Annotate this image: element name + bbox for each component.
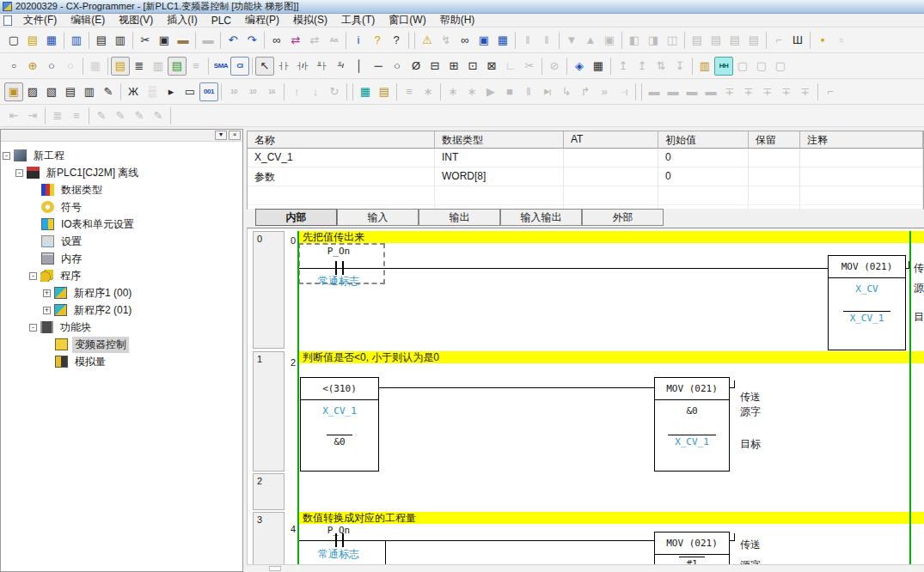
print-preview-icon[interactable]: ▥ <box>111 31 130 50</box>
cell-initial-value[interactable]: 0 <box>658 167 749 186</box>
menu-help[interactable]: 帮助(H) <box>433 13 482 27</box>
menu-edit[interactable]: 编辑(E) <box>64 13 112 27</box>
address-reference-icon[interactable]: ▥ <box>695 57 714 76</box>
tree-item-analog[interactable]: 模拟量 <box>1 353 242 370</box>
contact-p-on-rung0[interactable]: P_On <box>308 246 370 257</box>
find-report-icon[interactable]: ▥ <box>67 31 86 50</box>
tree-item-inverter-control[interactable]: 变频器控制 <box>1 336 242 353</box>
column-header[interactable]: 注释 <box>800 131 923 149</box>
panel-close-button[interactable]: × <box>229 131 241 140</box>
operand-source[interactable]: #1 <box>655 557 729 564</box>
tree-expander[interactable]: - <box>3 152 10 160</box>
ladder-editor[interactable]: 0 1 2 3 0 2 4 先把值传出来 判断值是否<0, 小于则认为是0 数值… <box>247 228 924 564</box>
mov-block-rung1[interactable]: MOV (021) &0 X_CV_1 <box>654 377 730 472</box>
watch2-icon[interactable]: ▧ <box>42 82 61 101</box>
cut-icon[interactable]: ✂ <box>136 31 155 50</box>
menu-plc[interactable]: PLC <box>205 15 238 27</box>
cell-retain[interactable] <box>749 149 800 167</box>
cell-at[interactable] <box>564 167 658 186</box>
tree-expander[interactable]: + <box>43 307 51 314</box>
save-icon[interactable]: ▦ <box>42 31 61 50</box>
menu-file[interactable]: 文件(F) <box>16 13 64 27</box>
tab-input[interactable]: 输入 <box>337 209 419 226</box>
grid-icon[interactable]: ▦ <box>86 57 105 76</box>
column-header[interactable]: 数据类型 <box>435 131 564 149</box>
cell-name[interactable]: X_CV_1 <box>248 149 435 167</box>
operand-destination[interactable]: X_CV_1 <box>655 435 729 447</box>
tab-output[interactable]: 输出 <box>419 209 500 226</box>
cell-initial-value[interactable]: 0 <box>658 149 749 167</box>
menu-window[interactable]: 窗口(W) <box>382 13 432 27</box>
rung-0-margin[interactable]: 0 <box>253 231 285 349</box>
operand-source[interactable]: &0 <box>655 405 729 417</box>
operand-destination[interactable]: X_CV_1 <box>829 311 905 324</box>
variable-row[interactable]: X_CV_1 INT 0 <box>248 149 923 167</box>
column-header[interactable]: AT <box>564 131 658 149</box>
info-icon[interactable]: i <box>349 31 368 50</box>
binary-display-icon[interactable]: 001 <box>199 82 218 101</box>
tree-expander[interactable]: + <box>43 289 51 297</box>
cell-data-type[interactable]: INT <box>435 149 564 167</box>
transfer-monitor-icon[interactable]: ▦ <box>493 31 512 50</box>
contact-p-on-rung3[interactable]: P_On <box>308 525 370 536</box>
tab-external[interactable]: 外部 <box>582 209 664 226</box>
rung-0-comment[interactable]: 先把值传出来 <box>298 231 924 243</box>
fb-transfer-icon[interactable]: ▤ <box>375 82 394 101</box>
ci-icon[interactable]: CI <box>230 57 249 76</box>
child-window-icon[interactable] <box>3 15 12 26</box>
scrollbar-thumb[interactable] <box>269 566 281 571</box>
menu-simulation[interactable]: 模拟(S) <box>286 13 334 27</box>
select-tool-icon[interactable]: ↖ <box>255 57 274 76</box>
menu-view[interactable]: 视图(V) <box>112 13 160 27</box>
zoom-100-icon[interactable]: ○ <box>42 57 61 76</box>
rung-2-margin[interactable]: 2 <box>253 473 285 510</box>
variable-row[interactable]: 参数 WORD[8] 0 <box>248 167 923 186</box>
tree-expander[interactable]: - <box>29 324 37 332</box>
tree-item-program2[interactable]: + 新程序2 (01) <box>1 301 242 319</box>
watch-hh-icon[interactable]: HH <box>714 57 733 76</box>
cross-reference-icon[interactable]: Ж <box>124 82 143 101</box>
vertical-tool-icon[interactable]: │ <box>350 57 369 76</box>
operand-source[interactable]: X_CV <box>829 283 905 295</box>
cell-name[interactable]: 参数 <box>248 167 435 186</box>
work-online-icon[interactable]: ⚠ <box>418 31 437 50</box>
io-comment-icon[interactable]: ▦ <box>589 57 608 76</box>
cell-retain[interactable] <box>749 167 800 186</box>
menu-insert[interactable]: 插入(I) <box>160 13 204 27</box>
tree-item-plc[interactable]: - 新PLC1[CJ2M] 离线 <box>1 164 242 181</box>
operand-2[interactable]: &0 <box>301 435 378 447</box>
or-contact-nc-icon[interactable]: ╨/ <box>331 57 350 76</box>
instruction2-tool-icon[interactable]: ⊞ <box>444 57 463 76</box>
output-window-icon[interactable]: ≣ <box>130 57 149 76</box>
mov-block-rung0[interactable]: MOV (021) X_CV X_CV_1 <box>828 255 906 350</box>
help-icon[interactable]: ? <box>368 31 387 50</box>
menu-program[interactable]: 编程(P) <box>238 13 286 27</box>
tree-expander[interactable]: - <box>29 272 37 280</box>
force-set-icon[interactable]: ▪ <box>813 31 832 50</box>
tree-expander[interactable]: - <box>15 169 23 177</box>
rung-3-margin[interactable]: 3 <box>253 512 285 564</box>
coil-tool-icon[interactable]: ○ <box>388 57 407 76</box>
panel-pin-button[interactable]: ▾ <box>215 131 227 140</box>
tree-item-function-blocks[interactable]: - 功能块 <box>1 319 242 336</box>
zoom-tool-icon[interactable]: ○ <box>4 57 23 76</box>
print-icon[interactable]: ▤ <box>92 31 111 50</box>
rung-1-comment[interactable]: 判断值是否<0, 小于则认为是0 <box>298 351 924 363</box>
contact-nc-icon[interactable]: ┤/├ <box>293 57 312 76</box>
properties-icon[interactable]: ✎ <box>99 82 118 101</box>
tree-item-project[interactable]: - 新工程 <box>1 147 242 164</box>
monitor-warn-icon[interactable]: ∞ <box>456 31 474 50</box>
paste-icon[interactable]: ▬ <box>174 31 193 50</box>
diff-monitor-icon[interactable]: ▣ <box>474 31 493 50</box>
tab-internal[interactable]: 内部 <box>255 209 337 226</box>
new-file-icon[interactable]: ▢ <box>4 31 23 50</box>
tree-item-io-table[interactable]: IO表和单元设置 <box>1 216 242 233</box>
fb-parameter-icon[interactable]: ⊠ <box>482 57 501 76</box>
tree-item-program1[interactable]: + 新程序1 (00) <box>1 284 242 301</box>
undo-icon[interactable]: ↶ <box>223 31 242 50</box>
set-value-icon[interactable]: ▦ <box>356 82 375 101</box>
context-help-icon[interactable]: ? <box>387 31 406 50</box>
cell-at[interactable] <box>564 149 658 167</box>
monitor-flag-icon[interactable]: ▸ <box>162 82 181 101</box>
cell-comment[interactable] <box>800 167 923 186</box>
